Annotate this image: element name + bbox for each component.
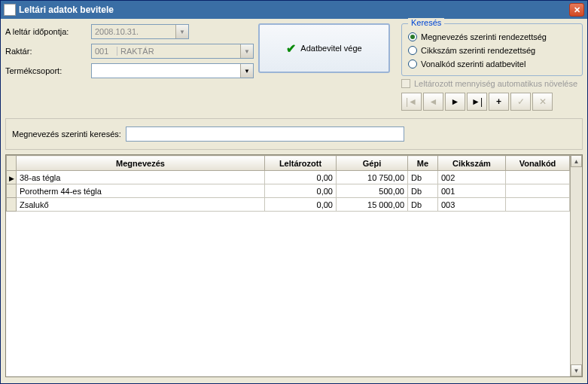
radio-icon: [408, 46, 417, 55]
table-row[interactable]: Porotherm 44-es tégla0,00500,00Db001: [7, 184, 570, 198]
radio-sort-by-name[interactable]: Megnevezés szerinti rendezettség: [408, 30, 576, 44]
cell-name[interactable]: Zsalukő: [17, 198, 265, 212]
table-row[interactable]: Zsalukő0,0015 000,00Db003: [7, 198, 570, 212]
cell-unit[interactable]: Db: [408, 171, 438, 184]
radio-sort-by-itemno[interactable]: Cikkszám szerinti rendezettség: [408, 44, 576, 57]
nav-add-button[interactable]: +: [489, 93, 509, 111]
warehouse-label: Raktár:: [5, 47, 88, 56]
nav-prev-button: ◄: [423, 93, 443, 111]
cell-unit[interactable]: Db: [408, 184, 438, 198]
cell-computed[interactable]: 15 000,00: [337, 198, 408, 212]
row-indicator: ▶: [7, 171, 17, 184]
warehouse-name: RAKTÁR: [117, 47, 240, 56]
grid-table: Megnevezés Leltározott Gépi Me Cikkszám …: [6, 155, 570, 212]
close-icon: ✕: [574, 5, 580, 15]
close-button[interactable]: ✕: [569, 3, 584, 17]
cell-itemno[interactable]: 001: [438, 184, 506, 198]
col-counted[interactable]: Leltározott: [265, 156, 337, 171]
search-input[interactable]: [126, 126, 404, 142]
chevron-down-icon[interactable]: ▼: [240, 44, 253, 58]
nav-next-button[interactable]: ►: [445, 93, 465, 111]
cell-itemno[interactable]: 003: [438, 198, 506, 212]
radio-label: Vonalkód szerinti adatbevitel: [421, 59, 526, 69]
col-computed[interactable]: Gépi: [337, 156, 408, 171]
window-title: Leltári adatok bevitele: [19, 5, 114, 15]
search-panel: Megnevezés szerinti keresés:: [5, 118, 583, 150]
app-icon: [4, 4, 16, 16]
cell-computed[interactable]: 500,00: [337, 184, 408, 198]
chevron-down-icon[interactable]: ▼: [175, 25, 188, 38]
row-header-col: [7, 156, 17, 171]
checkbox-label: Leltározott mennyiség automatikus növelé…: [414, 79, 577, 88]
cell-barcode[interactable]: [506, 198, 570, 212]
radio-barcode-entry[interactable]: Vonalkód szerinti adatbevitel: [408, 57, 576, 71]
scroll-up-icon[interactable]: ▲: [571, 155, 582, 167]
app-window: Leltári adatok bevitele ✕ A leltár időpo…: [0, 0, 588, 384]
radio-icon: [408, 32, 417, 41]
nav-first-button: |◄: [401, 93, 422, 111]
finish-entry-label: Adatbevitel vége: [300, 44, 361, 53]
auto-increment-checkbox[interactable]: Leltározott mennyiség automatikus növelé…: [401, 79, 583, 88]
row-indicator: [7, 198, 17, 212]
data-grid: Megnevezés Leltározott Gépi Me Cikkszám …: [5, 154, 583, 377]
col-name[interactable]: Megnevezés: [17, 156, 265, 171]
productgroup-combo[interactable]: ▼: [91, 63, 254, 78]
cell-name[interactable]: Porotherm 44-es tégla: [17, 184, 265, 198]
nav-cancel-button: ✕: [532, 93, 553, 111]
col-barcode[interactable]: Vonalkód: [506, 156, 570, 171]
cell-name[interactable]: 38-as tégla: [17, 171, 265, 184]
checkbox-icon: [401, 79, 410, 88]
titlebar: Leltári adatok bevitele ✕: [1, 1, 587, 19]
navigator-toolbar: |◄ ◄ ► ►| + ✓ ✕: [401, 93, 583, 111]
cell-counted[interactable]: 0,00: [265, 171, 337, 184]
table-row[interactable]: ▶38-as tégla0,0010 750,00Db002: [7, 171, 570, 184]
col-itemno[interactable]: Cikkszám: [438, 156, 506, 171]
row-indicator: [7, 184, 17, 198]
search-legend: Keresés: [408, 18, 444, 27]
cell-counted[interactable]: 0,00: [265, 198, 337, 212]
radio-label: Megnevezés szerinti rendezettség: [421, 32, 547, 41]
search-groupbox: Keresés Megnevezés szerinti rendezettség…: [401, 23, 583, 76]
cell-barcode[interactable]: [506, 171, 570, 184]
radio-icon: [408, 59, 417, 69]
scroll-down-icon[interactable]: ▼: [571, 364, 582, 376]
cell-computed[interactable]: 10 750,00: [337, 171, 408, 184]
search-label: Megnevezés szerinti keresés:: [12, 130, 121, 139]
vertical-scrollbar[interactable]: ▲ ▼: [570, 155, 582, 376]
col-unit[interactable]: Me: [408, 156, 438, 171]
finish-entry-button[interactable]: ✔ Adatbevitel vége: [258, 23, 390, 73]
check-icon: ✔: [286, 41, 296, 56]
nav-confirm-button: ✓: [510, 93, 531, 111]
warehouse-combo[interactable]: 001 RAKTÁR ▼: [91, 44, 254, 59]
cell-unit[interactable]: Db: [408, 198, 438, 212]
warehouse-code: 001: [92, 47, 117, 56]
date-value: 2008.10.31.: [92, 27, 175, 36]
cell-counted[interactable]: 0,00: [265, 184, 337, 198]
productgroup-label: Termékcsoport:: [5, 66, 88, 75]
cell-itemno[interactable]: 002: [438, 171, 506, 184]
date-label: A leltár időpontja:: [5, 27, 88, 36]
nav-last-button[interactable]: ►|: [467, 93, 487, 111]
chevron-down-icon[interactable]: ▼: [240, 64, 253, 78]
cell-barcode[interactable]: [506, 184, 570, 198]
date-combo[interactable]: 2008.10.31. ▼: [91, 24, 189, 39]
radio-label: Cikkszám szerinti rendezettség: [421, 46, 535, 55]
